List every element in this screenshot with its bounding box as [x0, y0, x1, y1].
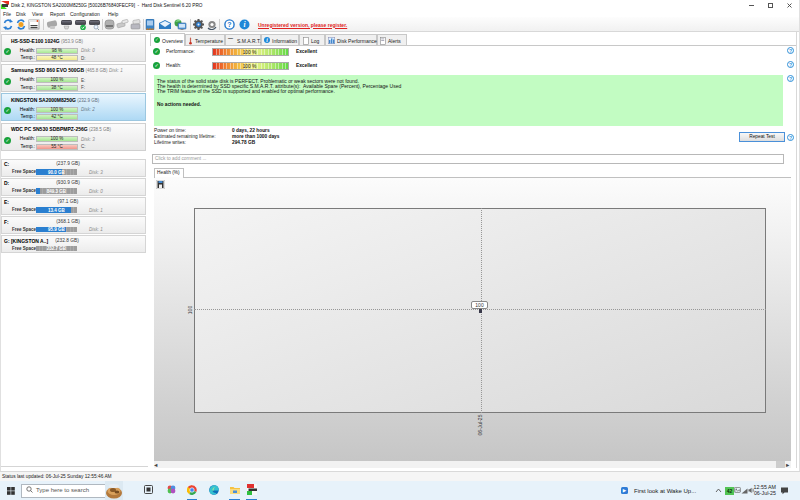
svg-text:?: ?: [227, 21, 231, 28]
